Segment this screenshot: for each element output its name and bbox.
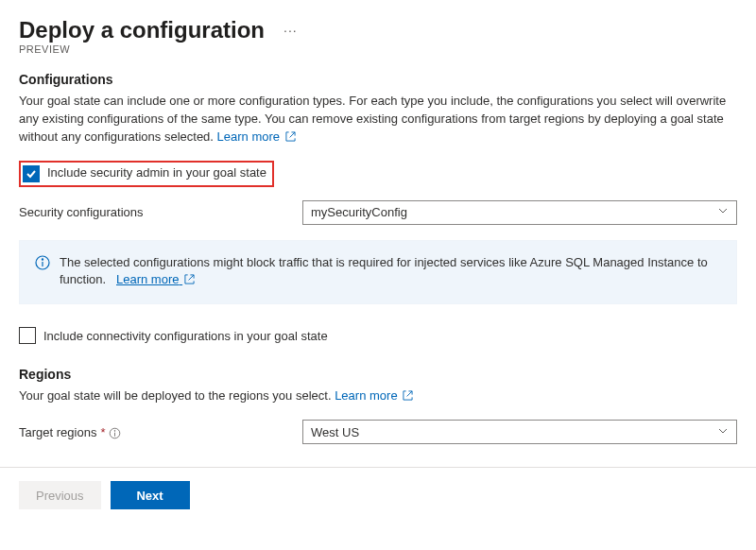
target-regions-label-text: Target regions	[19, 425, 96, 439]
chevron-down-icon	[717, 205, 729, 219]
required-asterisk: *	[100, 425, 105, 439]
preview-badge: PREVIEW	[19, 43, 737, 55]
configurations-description-text: Your goal state can include one or more …	[19, 94, 726, 144]
include-security-checkbox[interactable]	[23, 165, 40, 182]
regions-learn-more-link[interactable]: Learn more	[335, 388, 413, 403]
wizard-footer: Previous Next	[0, 468, 756, 526]
banner-learn-more-text: Learn more	[116, 272, 179, 286]
more-actions-button[interactable]: ···	[284, 23, 298, 38]
svg-point-2	[42, 258, 43, 259]
external-link-icon	[285, 129, 296, 147]
regions-description-text: Your goal state will be deployed to the …	[19, 388, 332, 403]
include-connectivity-label: Include connectivity configurations in y…	[43, 329, 328, 343]
info-icon	[35, 254, 50, 291]
info-icon[interactable]	[109, 425, 121, 439]
external-link-icon	[184, 272, 195, 290]
include-security-highlight: Include security admin in your goal stat…	[19, 161, 274, 187]
next-button[interactable]: Next	[111, 481, 190, 509]
info-banner: The selected configurations might block …	[19, 240, 737, 305]
configurations-learn-more-link[interactable]: Learn more	[217, 129, 296, 144]
regions-learn-more-text: Learn more	[335, 388, 397, 403]
target-regions-label: Target regions *	[19, 425, 302, 439]
external-link-icon	[403, 388, 413, 406]
configurations-description: Your goal state can include one or more …	[19, 93, 737, 147]
security-configurations-dropdown[interactable]: mySecurityConfig	[302, 200, 737, 225]
svg-point-5	[115, 430, 116, 431]
previous-button[interactable]: Previous	[19, 481, 101, 509]
include-connectivity-checkbox[interactable]	[19, 327, 36, 344]
security-configurations-label: Security configurations	[19, 205, 302, 219]
configurations-learn-more-text: Learn more	[217, 129, 280, 144]
chevron-down-icon	[717, 425, 729, 439]
page-title: Deploy a configuration	[19, 17, 265, 43]
include-security-label: Include security admin in your goal stat…	[47, 165, 266, 182]
banner-learn-more-link[interactable]: Learn more	[116, 272, 195, 286]
configurations-heading: Configurations	[19, 72, 737, 87]
security-configurations-value: mySecurityConfig	[311, 205, 407, 219]
target-regions-value: West US	[311, 425, 359, 439]
target-regions-dropdown[interactable]: West US	[302, 420, 737, 444]
regions-description: Your goal state will be deployed to the …	[19, 387, 737, 406]
regions-heading: Regions	[19, 367, 737, 382]
